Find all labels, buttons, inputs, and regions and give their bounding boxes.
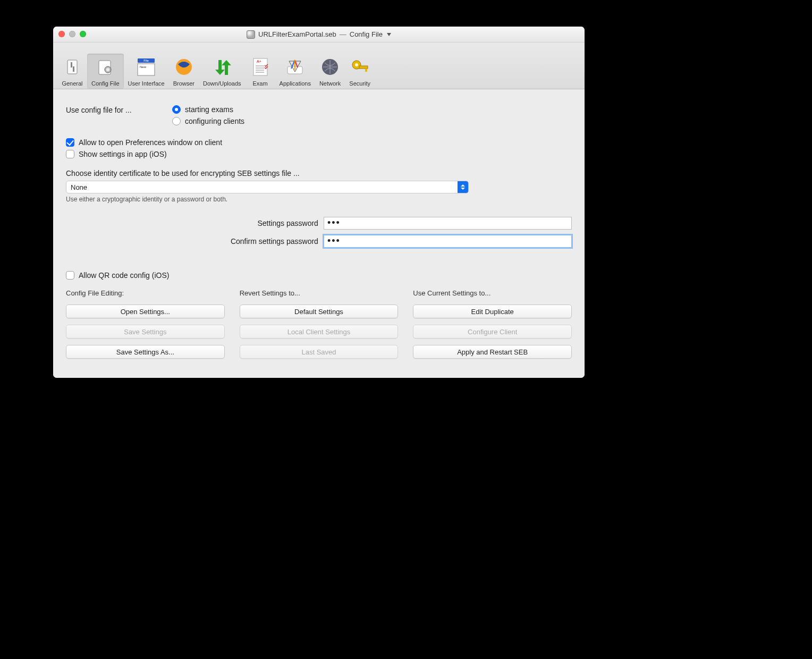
general-icon — [62, 57, 82, 77]
svg-rect-1 — [71, 62, 72, 67]
tab-label: Exam — [253, 80, 268, 87]
checkbox-show-ios[interactable] — [66, 150, 74, 158]
settings-password-label: Settings password — [66, 219, 318, 227]
svg-text:New: New — [140, 65, 147, 69]
security-icon — [350, 57, 370, 77]
last-saved-button[interactable]: Last Saved — [240, 345, 399, 359]
tab-network[interactable]: Network — [315, 54, 345, 89]
col-header-use: Use Current Settings to... — [413, 289, 572, 297]
configure-client-button[interactable]: Configure Client — [413, 325, 572, 339]
radio-starting-exams-label: starting exams — [185, 105, 233, 114]
edit-duplicate-button[interactable]: Edit Duplicate — [413, 305, 572, 318]
svg-point-16 — [355, 63, 358, 66]
tab-general[interactable]: General — [57, 54, 87, 89]
preferences-window: URLFilterExamPortal.seb — Config File Ge… — [53, 27, 585, 378]
radio-starting-exams[interactable] — [172, 105, 181, 114]
col-header-editing: Config File Editing: — [66, 289, 225, 297]
save-settings-as-button[interactable]: Save Settings As... — [66, 345, 225, 359]
applications-icon — [285, 57, 305, 77]
tab-label: Down/Uploads — [203, 80, 241, 87]
cert-hint: Use either a cryptographic identity or a… — [66, 196, 572, 203]
tab-exam[interactable]: A+ Exam — [246, 54, 275, 89]
checkbox-allow-qr-label: Allow QR code config (iOS) — [79, 271, 169, 280]
tab-label: Network — [319, 80, 341, 87]
popup-arrows-icon — [458, 181, 468, 193]
checkbox-allow-preferences[interactable] — [66, 138, 74, 147]
titlebar: URLFilterExamPortal.seb — Config File — [53, 27, 585, 43]
tab-label: Applications — [280, 80, 311, 87]
tab-label: Browser — [173, 80, 194, 87]
radio-configuring-clients[interactable] — [172, 117, 181, 125]
down-uploads-icon — [212, 57, 232, 77]
tab-security[interactable]: Security — [345, 54, 375, 89]
svg-rect-18 — [365, 69, 367, 72]
toolbar: General Config File FileNew User Interfa… — [53, 43, 585, 89]
cert-label: Choose identity certificate to be used f… — [66, 169, 572, 178]
apply-restart-button[interactable]: Apply and Restart SEB — [413, 345, 572, 359]
user-interface-icon: FileNew — [136, 57, 156, 77]
tab-config-file[interactable]: Config File — [87, 54, 124, 89]
checkbox-allow-qr[interactable] — [66, 271, 74, 280]
tab-browser[interactable]: Browser — [169, 54, 199, 89]
content-pane: Use config file for ... starting exams c… — [53, 89, 585, 378]
confirm-password-field[interactable]: ••• — [324, 235, 572, 248]
cert-popup[interactable]: None — [66, 181, 469, 193]
svg-point-5 — [106, 68, 109, 71]
default-settings-button[interactable]: Default Settings — [240, 305, 399, 318]
exam-icon: A+ — [250, 57, 270, 77]
local-client-settings-button[interactable]: Local Client Settings — [240, 325, 399, 339]
browser-icon — [174, 57, 194, 77]
tab-down-uploads[interactable]: Down/Uploads — [199, 54, 246, 89]
network-icon — [320, 57, 340, 77]
svg-text:File: File — [143, 59, 149, 62]
settings-password-field[interactable]: ••• — [324, 217, 572, 230]
svg-rect-17 — [359, 66, 368, 69]
tab-label: User Interface — [128, 80, 165, 87]
title-dropdown-icon[interactable] — [387, 33, 391, 36]
tab-label: Security — [349, 80, 370, 87]
svg-text:A+: A+ — [257, 60, 261, 63]
window-title-document: URLFilterExamPortal.seb — [258, 30, 336, 38]
radio-configuring-clients-label: configuring clients — [185, 117, 244, 125]
tab-label: Config File — [91, 80, 120, 87]
save-settings-button[interactable]: Save Settings — [66, 325, 225, 339]
config-file-icon — [95, 57, 115, 77]
col-header-revert: Revert Settings to... — [240, 289, 399, 297]
confirm-password-label: Confirm settings password — [66, 237, 318, 246]
tab-applications[interactable]: Applications — [275, 54, 315, 89]
window-title-section: Config File — [350, 30, 383, 38]
cert-popup-value: None — [66, 183, 458, 191]
tab-user-interface[interactable]: FileNew User Interface — [124, 54, 169, 89]
document-icon — [247, 30, 255, 39]
title-separator: — — [340, 30, 346, 38]
checkbox-allow-preferences-label: Allow to open Preferences window on clie… — [79, 138, 222, 147]
open-settings-button[interactable]: Open Settings... — [66, 305, 225, 318]
svg-rect-2 — [73, 66, 74, 72]
checkbox-show-ios-label: Show settings in app (iOS) — [79, 150, 167, 158]
tab-label: General — [62, 80, 82, 87]
use-config-label: Use config file for ... — [66, 105, 172, 114]
